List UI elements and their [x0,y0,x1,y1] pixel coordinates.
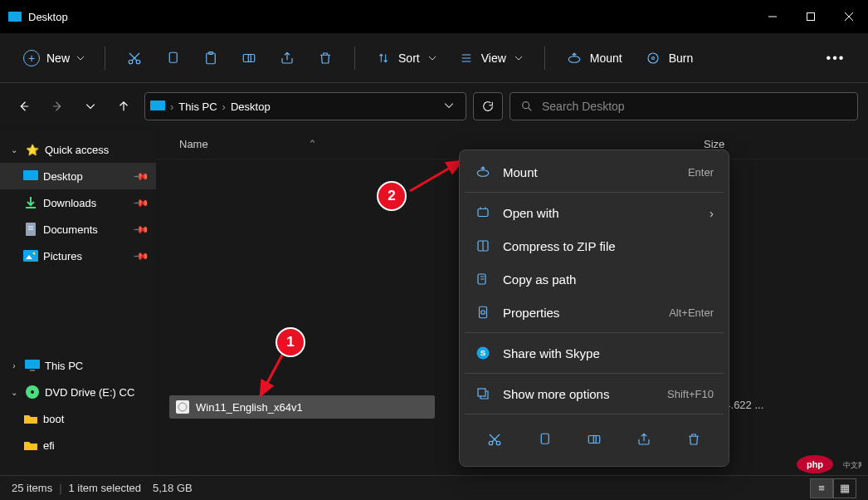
mount-label: Mount [590,51,622,65]
chevron-right-icon: › [710,206,714,220]
refresh-button[interactable] [473,92,503,120]
column-size[interactable]: Size [704,138,724,150]
svg-point-40 [477,170,489,177]
close-button[interactable] [830,3,868,30]
svg-rect-20 [150,100,165,110]
chevron-down-icon [76,54,85,62]
sidebar-item-desktop[interactable]: Desktop 📌 [0,163,156,189]
chevron-down-icon: ⌄ [8,145,20,154]
watermark: php中文网 [795,453,861,475]
sidebar-item-downloads[interactable]: Downloads 📌 [0,189,156,216]
ctx-quick-actions [465,418,724,461]
svg-point-18 [648,53,658,63]
sidebar-item-quick-access[interactable]: ⌄ ⭐ Quick access [0,136,156,163]
skype-icon: S [475,345,491,361]
sort-button[interactable]: Sort [367,47,446,70]
svg-rect-30 [25,360,40,369]
monitor-icon [150,100,165,112]
search-input[interactable]: Search Desktop [510,92,858,120]
desktop-icon [23,169,38,184]
svg-rect-13 [248,54,255,61]
ctx-share[interactable] [627,424,661,454]
mount-button[interactable]: Mount [557,46,632,71]
sort-indicator-icon: ⌃ [308,138,316,150]
breadcrumb-seg-thispc[interactable]: This PC [178,100,217,113]
separator [544,47,545,70]
status-selected: 1 item selected [69,482,141,494]
new-button[interactable]: + New [15,45,93,71]
svg-point-21 [523,102,529,109]
svg-rect-2 [807,13,815,21]
breadcrumb[interactable]: › This PC › Desktop [144,92,466,120]
back-button[interactable] [10,92,38,120]
star-icon: ⭐ [25,142,40,157]
sidebar-item-boot[interactable]: boot [0,405,156,432]
breadcrumb-dropdown[interactable] [437,100,461,113]
cut-button[interactable] [117,43,152,73]
search-placeholder: Search Desktop [542,100,625,113]
sidebar-item-dvd[interactable]: ⌄ DVD Drive (E:) CC [0,379,156,405]
share-button[interactable] [270,43,305,73]
recent-button[interactable] [76,92,105,120]
ctx-rename[interactable] [578,424,611,454]
delete-button[interactable] [308,43,343,73]
up-button[interactable] [110,92,138,120]
burn-button[interactable]: Burn [636,46,704,71]
more-button[interactable]: ••• [818,43,853,73]
ctx-properties[interactable]: Properties Alt+Enter [465,296,724,329]
ctx-copy[interactable] [528,424,561,454]
toolbar: + New Sort View Mount Burn ••• [0,33,868,83]
sidebar-item-efi[interactable]: efi [0,432,156,458]
rename-button[interactable] [232,43,266,73]
ctx-skype[interactable]: S Share with Skype [465,336,724,370]
svg-line-22 [529,108,531,110]
ctx-copy-path[interactable]: Copy as path [465,262,724,296]
svg-line-37 [261,349,285,395]
svg-point-33 [31,390,34,394]
svg-line-39 [410,161,461,191]
sidebar-item-documents[interactable]: Documents 📌 [0,216,156,243]
minimize-button[interactable] [753,3,792,30]
sidebar-item-thispc[interactable]: › This PC [0,352,156,379]
titlebar: Desktop [0,0,868,33]
mount-icon [475,164,491,180]
search-icon [520,100,534,113]
statusbar: 25 items | 1 item selected 5,18 GB ≡ ▦ [0,475,868,500]
view-icon [460,51,473,65]
sidebar-item-pictures[interactable]: Pictures 📌 [0,243,156,269]
ctx-more[interactable]: Show more options Shift+F10 [465,377,724,410]
download-icon [23,195,38,210]
copy-path-icon [475,271,491,287]
ctx-mount[interactable]: Mount Enter [465,155,724,189]
svg-rect-9 [169,52,177,62]
view-toggle: ≡ ▦ [810,478,856,498]
burn-label: Burn [669,51,694,65]
callout-1: 1 [276,327,305,357]
breadcrumb-seg-desktop[interactable]: Desktop [231,100,271,113]
pin-icon: 📌 [133,194,150,212]
forward-button[interactable] [43,92,71,120]
bc-separator: › [222,100,226,113]
maximize-button[interactable] [792,3,830,30]
paste-button[interactable] [193,43,228,73]
copy-button[interactable] [155,43,190,73]
document-icon [23,222,38,237]
ctx-open-with[interactable]: Open with › [465,196,724,229]
navbar: › This PC › Desktop Search Desktop [0,83,868,130]
plus-icon: + [23,50,40,66]
ctx-compress[interactable]: Compress to ZIP file [465,229,724,262]
svg-rect-41 [478,209,488,217]
column-name[interactable]: Name ⌃ [179,138,436,150]
view-button[interactable]: View [450,47,533,70]
grid-view-button[interactable]: ▦ [833,478,856,498]
ctx-delete[interactable] [677,424,710,454]
window-title: Desktop [28,11,68,23]
separator [465,414,724,414]
ctx-cut[interactable] [478,424,511,454]
properties-icon [475,304,491,321]
details-view-button[interactable]: ≡ [810,478,833,498]
open-with-icon [475,204,491,221]
separator [354,47,355,70]
svg-point-29 [33,252,36,255]
pin-icon: 📌 [133,248,150,265]
